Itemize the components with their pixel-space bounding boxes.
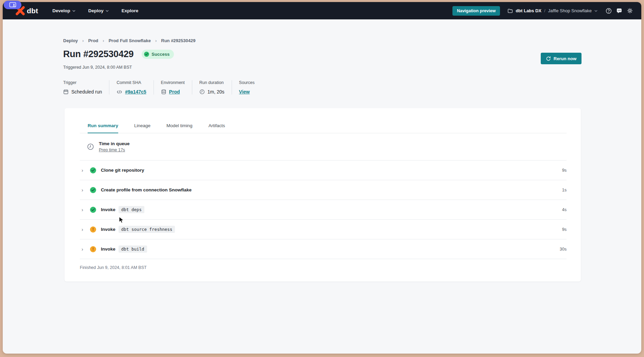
chevron-down-icon bbox=[72, 10, 75, 12]
status-badge: Success bbox=[142, 50, 174, 59]
meta-sources-label: Sources bbox=[239, 80, 255, 85]
environment-link[interactable]: Prod bbox=[169, 89, 180, 95]
navbar-icon-group bbox=[606, 7, 633, 14]
folder-icon bbox=[507, 8, 513, 14]
navigation-preview-button[interactable]: Navigation preview bbox=[452, 6, 500, 16]
tab-bar: Run summary Lineage Model timing Artifac… bbox=[80, 108, 567, 133]
menu-develop-label: Develop bbox=[52, 8, 70, 13]
chevron-down-icon bbox=[594, 10, 597, 12]
expand-chevron-icon[interactable]: › bbox=[82, 167, 90, 173]
rerun-now-button[interactable]: Rerun now bbox=[541, 53, 582, 64]
menu-deploy[interactable]: Deploy bbox=[88, 8, 109, 13]
tab-lineage[interactable]: Lineage bbox=[134, 123, 150, 133]
step-label[interactable]: Clone git repository bbox=[101, 168, 144, 173]
breadcrumb-prod[interactable]: Prod bbox=[88, 38, 99, 43]
meta-environment-label: Environment bbox=[161, 80, 185, 85]
menu-deploy-label: Deploy bbox=[88, 8, 104, 13]
chevron-down-icon bbox=[106, 10, 109, 12]
meta-trigger: Trigger Scheduled run bbox=[63, 80, 109, 95]
step-label[interactable]: Invoke bbox=[101, 247, 115, 252]
feedback-icon[interactable] bbox=[616, 8, 622, 14]
run-header: Deploy › Prod › Prod Full Snowflake › Ru… bbox=[63, 38, 582, 70]
sources-view-link[interactable]: View bbox=[239, 89, 250, 95]
step-row-source-freshness: › ! Invoke dbt source freshness 9s bbox=[80, 220, 567, 239]
step-command: dbt source freshness bbox=[119, 226, 175, 233]
top-navbar: dbt Develop Deploy Explore Navigation pr… bbox=[3, 2, 641, 19]
page-title: Run #292530429 bbox=[63, 49, 133, 60]
refresh-icon bbox=[546, 56, 551, 61]
finished-timestamp: Finished Jun 9, 2024, 8:01 AM BST bbox=[80, 259, 567, 270]
chevron-right-icon: › bbox=[82, 38, 84, 43]
breadcrumb: Deploy › Prod › Prod Full Snowflake › Ru… bbox=[63, 38, 582, 43]
breadcrumb-deploy[interactable]: Deploy bbox=[63, 38, 78, 43]
status-badge-label: Success bbox=[151, 52, 169, 57]
path-separator: / bbox=[544, 8, 545, 13]
navbar-right: Navigation preview dbt Labs DX / Jaffle … bbox=[452, 6, 633, 16]
rerun-now-label: Rerun now bbox=[554, 56, 576, 61]
app-window: dbt Develop Deploy Explore Navigation pr… bbox=[3, 2, 641, 354]
step-row-dbt-build: › ! Invoke dbt build 30s bbox=[80, 239, 567, 259]
expand-chevron-icon[interactable]: › bbox=[82, 246, 90, 252]
step-success-icon bbox=[90, 207, 96, 213]
triggered-timestamp: Triggered Jun 9, 2024, 8:00 AM BST bbox=[63, 65, 582, 70]
step-label[interactable]: Create profile from connection Snowflake bbox=[101, 187, 192, 192]
help-icon[interactable] bbox=[606, 8, 612, 14]
tab-model-timing[interactable]: Model timing bbox=[166, 123, 193, 133]
calendar-icon bbox=[63, 89, 69, 95]
meta-trigger-label: Trigger bbox=[63, 80, 102, 85]
step-duration: 1s bbox=[562, 188, 567, 192]
meta-sources: Sources View bbox=[239, 80, 262, 95]
meta-duration-label: Run duration bbox=[199, 80, 225, 85]
queue-clock-icon bbox=[87, 143, 94, 150]
step-row-dbt-deps: › Invoke dbt deps 4s bbox=[80, 200, 567, 220]
expand-chevron-icon[interactable]: › bbox=[82, 187, 90, 193]
step-success-icon bbox=[90, 167, 96, 173]
step-command: dbt build bbox=[119, 245, 147, 253]
step-label[interactable]: Invoke bbox=[101, 227, 115, 232]
run-summary-card: Run summary Lineage Model timing Artifac… bbox=[65, 108, 581, 282]
success-check-icon bbox=[144, 52, 149, 57]
project-switcher[interactable]: dbt Labs DX / Jaffle Shop Snowflake bbox=[507, 8, 597, 14]
expand-chevron-icon[interactable]: › bbox=[82, 207, 90, 213]
step-duration: 30s bbox=[560, 247, 567, 252]
tab-run-summary[interactable]: Run summary bbox=[88, 123, 118, 133]
step-row-clone: › Clone git repository 9s bbox=[80, 160, 567, 180]
step-command: dbt deps bbox=[119, 206, 144, 213]
commit-sha-link[interactable]: #9a147c5 bbox=[125, 89, 146, 95]
breadcrumb-job[interactable]: Prod Full Snowflake bbox=[109, 38, 151, 43]
account-name: dbt Labs DX bbox=[516, 8, 541, 13]
tab-artifacts[interactable]: Artifacts bbox=[209, 123, 225, 133]
run-meta-row: Trigger Scheduled run Commit SHA #9a147c… bbox=[63, 80, 262, 95]
clock-icon bbox=[199, 89, 205, 95]
chevron-right-icon: › bbox=[103, 38, 104, 43]
menu-explore-label: Explore bbox=[122, 8, 139, 13]
project-name: Jaffle Shop Snowflake bbox=[548, 8, 592, 13]
step-duration: 9s bbox=[562, 168, 567, 173]
expand-chevron-icon[interactable]: › bbox=[82, 226, 90, 232]
menu-explore[interactable]: Explore bbox=[122, 8, 139, 13]
meta-duration-value: 1m, 20s bbox=[208, 89, 225, 95]
mouse-cursor bbox=[119, 217, 124, 225]
step-success-icon bbox=[90, 187, 96, 193]
prep-time-link[interactable]: Prep time 17s bbox=[99, 148, 130, 152]
chevron-right-icon: › bbox=[155, 38, 157, 43]
settings-gear-icon[interactable] bbox=[627, 7, 633, 14]
code-icon bbox=[117, 89, 122, 95]
step-label[interactable]: Invoke bbox=[101, 207, 115, 212]
meta-trigger-value: Scheduled run bbox=[71, 89, 102, 95]
step-duration: 9s bbox=[562, 227, 567, 232]
meta-commit: Commit SHA #9a147c5 bbox=[117, 80, 154, 95]
breadcrumb-run: Run #292530429 bbox=[161, 38, 195, 43]
screen-share-icon bbox=[9, 2, 16, 8]
step-warning-icon: ! bbox=[90, 226, 96, 233]
meta-environment: Environment Prod bbox=[161, 80, 192, 95]
screen-share-badge[interactable] bbox=[4, 1, 21, 9]
main-menu: Develop Deploy Explore bbox=[52, 8, 138, 13]
queue-title: Time in queue bbox=[99, 141, 130, 146]
time-in-queue-block: Time in queue Prep time 17s bbox=[80, 133, 567, 160]
meta-commit-label: Commit SHA bbox=[117, 80, 146, 85]
meta-duration: Run duration 1m, 20s bbox=[199, 80, 232, 95]
menu-develop[interactable]: Develop bbox=[52, 8, 75, 13]
step-duration: 4s bbox=[562, 207, 567, 212]
dbt-logo-text: dbt bbox=[27, 7, 38, 15]
